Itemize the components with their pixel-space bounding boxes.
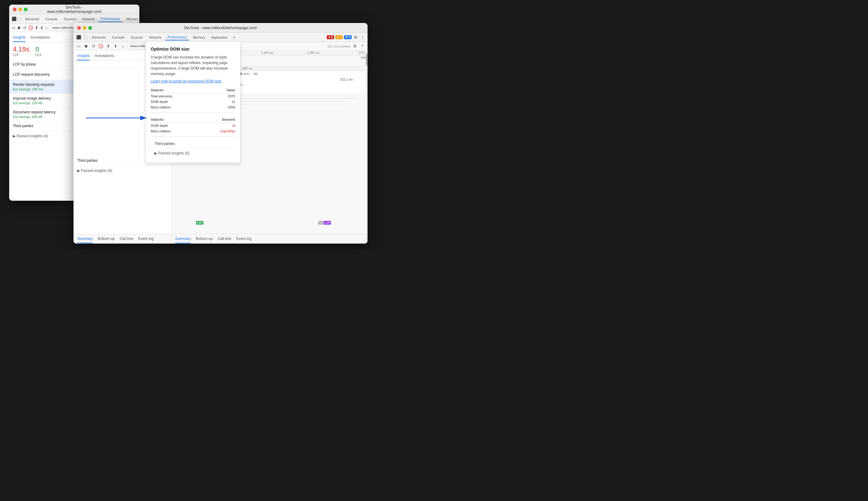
tab-annotations-back[interactable]: Annotations: [30, 34, 50, 42]
optimize-link[interactable]: Learn how to avoid an excessive DOM size: [151, 79, 221, 83]
scrollbar-thumb-front[interactable]: [366, 54, 368, 66]
tab-sources-back[interactable]: Sources: [61, 16, 78, 22]
stat-depth2-value: td: [199, 123, 235, 129]
fcp-marker-front: FCP: [196, 220, 203, 225]
tab-calltree-front[interactable]: Call tree: [120, 235, 133, 243]
refresh-back[interactable]: ↺: [23, 25, 26, 31]
traffic-lights-front: [77, 26, 92, 30]
stats-table-2: Statistic Element DOM depth td Most chil…: [151, 116, 235, 134]
record-front[interactable]: ⏺: [83, 43, 89, 49]
tab-memory-back[interactable]: Memory: [124, 16, 139, 22]
tab-performance-front[interactable]: Performance: [165, 34, 189, 41]
settings2-icon-front[interactable]: ⚙: [352, 43, 358, 49]
inspect-icon-front[interactable]: ⬚: [83, 35, 88, 40]
lcp-value-back: 4.19s: [13, 45, 29, 53]
tab-console-front[interactable]: Console: [110, 35, 127, 40]
bottom-tabs-sidebar-front: Summary Bottom-up Call tree Event log: [74, 234, 171, 244]
stats-divider: [151, 113, 235, 113]
upload-front[interactable]: ⬆: [105, 43, 111, 49]
clear-back[interactable]: 🚫: [28, 25, 33, 31]
stats-row-children-2: Most children map#Map: [151, 128, 235, 134]
record-back[interactable]: ⏺: [17, 25, 21, 31]
stat-children-value: 3306: [211, 105, 235, 110]
badge-flags-front: ⚑ 3: [344, 35, 351, 39]
minimize-button-front[interactable]: [83, 26, 86, 30]
stats-row-total: Total elements 3370: [151, 94, 235, 99]
tab-sources-front[interactable]: Sources: [128, 35, 145, 40]
toolbar-front: ⬛ ⬚ Elements Console Sources Network Per…: [74, 33, 368, 42]
stats-table-1: Statistic Value Total elements 3370 DOM …: [151, 87, 235, 110]
net-bar-f3: [253, 73, 258, 75]
settings-icon-front[interactable]: ⚙: [353, 35, 358, 40]
scrollbar-front[interactable]: [366, 51, 368, 244]
stats-th-value-1: Value: [211, 87, 235, 94]
ruler-mark-f3: 1,489 ms: [261, 51, 273, 55]
tab-application-front[interactable]: Application: [209, 35, 230, 40]
tab-elements-back[interactable]: Elements: [23, 16, 42, 22]
cpu-label-front: CPU: [353, 51, 365, 55]
stats-row-children: Most children 3306: [151, 105, 235, 110]
toolbar-back: ⬛ ⬚ Elements Console Sources Network Per…: [9, 14, 139, 24]
close-button-front[interactable]: [77, 26, 81, 30]
optimize-title: Optimize DOM size: [151, 46, 235, 52]
dock-icon[interactable]: ⬛: [12, 16, 17, 22]
cls-metric-back: 0 CLS: [35, 45, 41, 57]
tab-insights-back[interactable]: Insights: [13, 34, 25, 42]
tab-insights-front[interactable]: Insights: [77, 52, 90, 60]
toggle-sidebar-back[interactable]: ▭: [12, 25, 15, 31]
minimize-button-back[interactable]: [18, 8, 22, 11]
bottom-tabs-front: Summary Bottom-up Call tree Event log: [172, 234, 368, 244]
stat-children-label: Most children: [151, 105, 211, 110]
home-back[interactable]: ⌂: [45, 25, 48, 31]
maximize-button-front[interactable]: [88, 26, 92, 30]
stat-total-label: Total elements: [151, 94, 211, 99]
optimize-desc: A large DOM can increase the duration of…: [151, 55, 235, 77]
close-button-back[interactable]: [13, 8, 17, 11]
title-bar-front: DevTools - www.milliondollarhomepage.com…: [74, 23, 368, 33]
maximize-button-back[interactable]: [24, 8, 28, 11]
net-label-arho: arho...: [243, 72, 251, 75]
tab-summary-front[interactable]: Summary: [77, 235, 93, 243]
lcp-marker-front: DI LCP: [318, 221, 331, 225]
tab-memory-front[interactable]: Memory: [191, 35, 208, 40]
more-options-front[interactable]: ⋮: [360, 35, 365, 40]
stats-th-element-2: Element: [199, 116, 235, 123]
help-icon-front[interactable]: ?: [360, 43, 365, 49]
more-tabs-front[interactable]: »: [231, 35, 237, 40]
stats-th-statistic-1: Statistic: [151, 87, 211, 94]
tab-console-back[interactable]: Console: [43, 16, 60, 22]
tab-network-back[interactable]: Network: [80, 16, 97, 22]
tab-bottomup-front[interactable]: Bottom-up: [98, 235, 115, 243]
stat-depth-value: 12: [211, 99, 235, 105]
cls-label-back: CLS: [35, 53, 41, 57]
window-title-front: DevTools - www.milliondollarhomepage.com…: [184, 26, 257, 30]
download-front[interactable]: ⬇: [113, 43, 118, 49]
lcp-label-back: LCP: [13, 53, 29, 57]
download-back[interactable]: ⬇: [40, 25, 43, 31]
tab-eventlog-timeline-front[interactable]: Event log: [236, 235, 251, 243]
cls-value-back: 0: [35, 45, 41, 53]
toggle-sidebar-front[interactable]: ▭: [76, 43, 82, 49]
clear-front[interactable]: 🚫: [98, 43, 104, 49]
optimize-dom-panel: Optimize DOM size A large DOM can increa…: [145, 41, 240, 163]
tab-summary-timeline-front[interactable]: Summary: [175, 235, 191, 243]
tab-elements-front[interactable]: Elements: [89, 35, 108, 40]
tab-network-front[interactable]: Network: [147, 35, 164, 40]
upload-back[interactable]: ⬆: [35, 25, 38, 31]
tab-bottomup-timeline-front[interactable]: Bottom-up: [196, 235, 213, 243]
stats-divider-2: [151, 136, 235, 137]
tab-annotations-front[interactable]: Annotations: [95, 52, 114, 60]
tab-performance-back[interactable]: Performance: [98, 16, 122, 22]
third-parties-item[interactable]: Third parties: [151, 139, 235, 149]
title-bar-back: DevTools - www.milliondollarhomepage.com…: [9, 4, 139, 14]
dock-icon-front[interactable]: ⬛: [76, 35, 82, 40]
tab-eventlog-front[interactable]: Event log: [138, 235, 153, 243]
third-parties-label: Third parties: [154, 141, 175, 146]
refresh-front[interactable]: ↺: [91, 43, 96, 49]
home-front[interactable]: ⌂: [120, 43, 126, 49]
inspect-icon[interactable]: ⬚: [18, 16, 21, 22]
passed-insights-panel[interactable]: ▶ Passed insights (6): [151, 149, 235, 158]
passed-insights-front[interactable]: ▶ Passed insights (6): [74, 166, 171, 175]
tab-calltree-timeline-front[interactable]: Call tree: [218, 235, 231, 243]
frames-value-front: 321.1 ms: [340, 78, 365, 81]
